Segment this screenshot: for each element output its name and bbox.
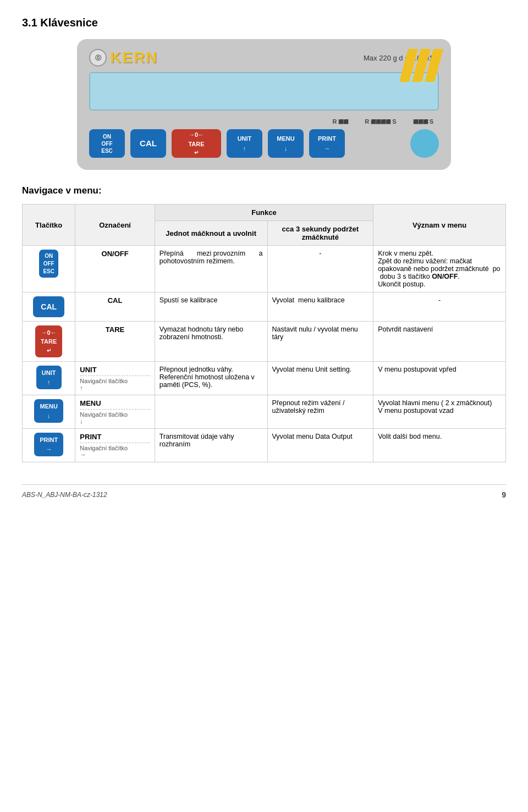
onoff-row-off: OFF (43, 260, 54, 267)
tare-row-enter: ↵ (47, 347, 51, 354)
unit-row-up: ↑ (47, 378, 51, 386)
brand-name: KERN (110, 49, 158, 67)
row-vyznam-print: Volit další bod menu. (373, 428, 506, 462)
row-cca-tare: Nastavit nulu / vyvolat menu táry (267, 322, 373, 362)
onoff-button-img: ON OFF ESC (89, 129, 125, 158)
onoff-oznaceni-label: ON/OFF (102, 250, 129, 258)
indicator-s: ⬛⬛⬛S (413, 118, 433, 125)
tare-label: TARE (188, 140, 204, 148)
row-vyznam-unit: V menu postupovat vpřed (373, 361, 506, 395)
onoff-row-on: ON (45, 252, 53, 259)
row-cca-menu: Přepnout režim vážení / uživatelský reži… (267, 395, 373, 428)
cal-row-label: CAL (41, 302, 57, 311)
unit-row-label: UNIT (42, 369, 56, 377)
header-funkce: Funkce (155, 205, 373, 221)
header-vyznam: Význam v menu (373, 205, 506, 246)
page-title: 3.1 Klávesnice (22, 16, 506, 29)
row-oznaceni-menu: MENU Navigační tlačítko↓ (75, 395, 155, 428)
onoff-on-label: ON (103, 133, 111, 140)
print-row-right: → (46, 445, 52, 453)
header-cca: cca 3 sekundy podržet zmáčknuté (267, 221, 373, 246)
print-row-label: PRINT (40, 436, 58, 444)
page-footer: ABS-N_ABJ-NM-BA-cz-1312 9 (22, 484, 506, 499)
unit-nav-sub: Navigační tlačítko↑ (80, 375, 150, 391)
nav-section: Navigace v menu: Tlačítko Označení Funkc… (22, 185, 506, 462)
row-btn-cal: CAL (23, 292, 75, 322)
indicator-r1: R⬛⬛ (332, 118, 348, 125)
header-oznaceni: Označení (75, 205, 155, 246)
unit-button-img: UNIT ↑ (227, 129, 262, 158)
row-btn-unit: UNIT ↑ (23, 361, 75, 395)
menu-row-down: ↓ (47, 412, 51, 419)
row-jednot-cal: Spustí se kalibrace (155, 292, 267, 322)
table-row: PRINT → PRINT Navigační tlačítko→ Transm… (23, 428, 506, 462)
decorative-stripes (404, 49, 439, 82)
table-row: UNIT ↑ UNIT Navigační tlačítko↑ Přepnout… (23, 361, 506, 395)
onoff-off-label: OFF (102, 140, 113, 147)
print-label: PRINT (318, 135, 336, 142)
footer-page: 9 (502, 490, 506, 499)
header-jednot: Jednot máčknout a uvolnit (155, 221, 267, 246)
kern-logo-icon: ⓪ (89, 49, 107, 67)
row-oznaceni-unit: UNIT Navigační tlačítko↑ (75, 361, 155, 395)
onoff-esc-label: ESC (101, 147, 113, 154)
row-jednot-unit: Přepnout jednotku váhy.Referenční hmotno… (155, 361, 267, 395)
row-cca-onoff: - (267, 246, 373, 292)
row-vyznam-menu: Vyvolat hlavni menu ( 2 x zmáčknout)V me… (373, 395, 506, 428)
row-cca-cal: Vyvolat menu kalibrace (267, 292, 373, 322)
row-btn-onoff: ON OFF ESC (23, 246, 75, 292)
row-btn-print: PRINT → (23, 428, 75, 462)
row-btn-menu: MENU ↓ (23, 395, 75, 428)
row-jednot-onoff: Přepíná mezi provozním a pohotovostním r… (155, 246, 267, 292)
tare-arrow-label: →0← (189, 131, 204, 139)
unit-label: UNIT (238, 135, 252, 142)
row-cca-print: Vyvolat menu Data Output (267, 428, 373, 462)
scale-display (89, 72, 439, 111)
unit-oznaceni-label: UNIT (80, 366, 96, 374)
footer-doc: ABS-N_ABJ-NM-BA-cz-1312 (22, 491, 107, 499)
row-vyznam-cal: - (373, 292, 506, 322)
cal-oznaceni-label: CAL (108, 296, 123, 305)
tare-oznaceni-label: TARE (106, 325, 124, 334)
table-row: MENU ↓ MENU Navigační tlačítko↓ Přepnout… (23, 395, 506, 428)
row-oznaceni-tare: TARE (75, 322, 155, 362)
menu-label: MENU (277, 135, 294, 142)
indicator-r2s: R⬛⬛⬛⬛S (365, 118, 396, 125)
print-right-icon: → (324, 145, 330, 152)
nav-title: Navigace v menu: (22, 185, 506, 196)
row-oznaceni-print: PRINT Navigační tlačítko→ (75, 428, 155, 462)
menu-nav-sub: Navigační tlačítko↓ (80, 409, 150, 424)
tare-enter-icon: ↵ (194, 149, 199, 156)
row-jednot-print: Transmitovat údaje váhy rozhraním (155, 428, 267, 462)
table-row: ON OFF ESC ON/OFF Přepíná mezi provozním… (23, 246, 506, 292)
header-tlacitko: Tlačítko (23, 205, 75, 246)
menu-button-img: MENU ↓ (268, 129, 304, 158)
round-button-img (410, 129, 439, 158)
tare-row-label: TARE (41, 338, 57, 345)
row-vyznam-onoff: Krok v menu zpět.Zpět do režimu vážení: … (373, 246, 506, 292)
function-table: Tlačítko Označení Funkce Význam v menu J… (22, 204, 506, 462)
unit-up-icon: ↑ (243, 145, 246, 152)
row-oznaceni-onoff: ON/OFF (75, 246, 155, 292)
scale-button-row: ON OFF ESC CAL →0← TARE ↵ UNIT ↑ MENU ↓ … (89, 129, 439, 158)
tare-button-img: →0← TARE ↵ (172, 129, 221, 158)
row-vyznam-tare: Potvrdit nastavení (373, 322, 506, 362)
menu-oznaceni-label: MENU (80, 399, 101, 407)
print-oznaceni-label: PRINT (80, 433, 101, 441)
menu-down-icon: ↓ (284, 145, 288, 152)
cal-button-img: CAL (130, 129, 166, 158)
scale-indicators: R⬛⬛ R⬛⬛⬛⬛S ⬛⬛⬛S (89, 118, 439, 125)
onoff-row-esc: ESC (43, 268, 54, 275)
print-nav-sub: Navigační tlačítko→ (80, 443, 150, 458)
row-cca-unit: Vyvolat menu Unit setting. (267, 361, 373, 395)
table-row: →0← TARE ↵ TARE Vymazat hodnotu táry neb… (23, 322, 506, 362)
scale-image: ⓪ KERN Max 220 g d = 0.0001 g R⬛⬛ R⬛⬛⬛⬛S… (77, 39, 451, 170)
row-jednot-tare: Vymazat hodnotu táry nebo zobrazení hmot… (155, 322, 267, 362)
scale-logo: ⓪ KERN (89, 49, 158, 67)
row-jednot-menu (155, 395, 267, 428)
menu-row-label: MENU (40, 402, 57, 410)
row-oznaceni-cal: CAL (75, 292, 155, 322)
print-button-img: PRINT → (309, 129, 345, 158)
tare-row-arrow: →0← (41, 329, 57, 336)
table-row: CAL CAL Spustí se kalibrace Vyvolat menu… (23, 292, 506, 322)
